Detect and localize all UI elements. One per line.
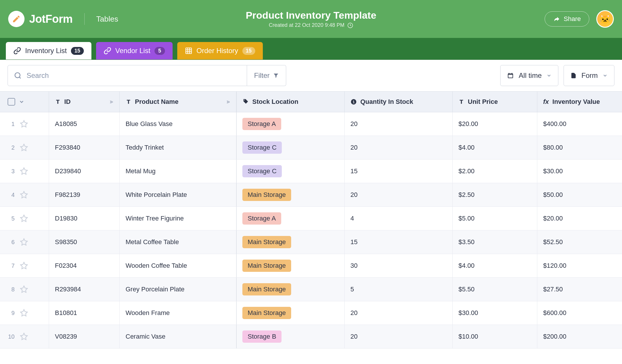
cell-quantity[interactable]: 5: [345, 278, 453, 301]
share-button[interactable]: Share: [545, 11, 589, 27]
cell-inventory-value[interactable]: $600.00: [537, 301, 622, 325]
star-icon[interactable]: [20, 332, 28, 341]
cell-inventory-value[interactable]: $20.00: [537, 207, 622, 230]
cell-unit-price[interactable]: $2.50: [453, 183, 537, 206]
cell-stock-location[interactable]: Storage A: [237, 207, 345, 230]
cell-inventory-value[interactable]: $30.00: [537, 160, 622, 183]
cell-stock-location[interactable]: Storage C: [237, 160, 345, 183]
table-row[interactable]: 8 R293984 Grey Porcelain Plate Main Stor…: [0, 278, 622, 301]
pin-icon[interactable]: [108, 99, 114, 105]
table-row[interactable]: 3 D239840 Metal Mug Storage C 15 $2.00 $…: [0, 160, 622, 183]
cell-id[interactable]: R293984: [49, 278, 120, 301]
cell-unit-price[interactable]: $5.50: [453, 278, 537, 301]
cell-quantity[interactable]: 20: [345, 301, 453, 325]
cell-inventory-value[interactable]: $120.00: [537, 254, 622, 277]
table-row[interactable]: 9 B10801 Wooden Frame Main Storage 20 $3…: [0, 301, 622, 325]
cell-id[interactable]: D239840: [49, 160, 120, 183]
cell-stock-location[interactable]: Main Storage: [237, 301, 345, 325]
cell-inventory-value[interactable]: $200.00: [537, 325, 622, 348]
star-icon[interactable]: [20, 309, 28, 317]
cell-id[interactable]: F02304: [49, 254, 120, 277]
cell-product-name[interactable]: White Porcelain Plate: [120, 183, 237, 206]
column-stock-location[interactable]: Stock Location: [237, 92, 345, 112]
form-dropdown[interactable]: Form: [564, 65, 614, 86]
cell-id[interactable]: A18085: [49, 112, 120, 136]
tab-order-history[interactable]: Order History 15: [177, 42, 263, 60]
cell-stock-location[interactable]: Main Storage: [237, 230, 345, 254]
cell-product-name[interactable]: Wooden Frame: [120, 301, 237, 325]
column-id[interactable]: ID: [49, 92, 120, 112]
search-input[interactable]: [8, 65, 247, 86]
tab-inventory-list[interactable]: Inventory List 15: [6, 42, 91, 60]
star-icon[interactable]: [20, 120, 28, 128]
cell-quantity[interactable]: 20: [345, 325, 453, 348]
cell-inventory-value[interactable]: $400.00: [537, 112, 622, 136]
select-all-checkbox[interactable]: [8, 98, 15, 106]
column-inventory-value[interactable]: fx Inventory Value: [537, 92, 622, 112]
cell-quantity[interactable]: 20: [345, 183, 453, 206]
cell-stock-location[interactable]: Main Storage: [237, 278, 345, 301]
cell-id[interactable]: D19830: [49, 207, 120, 230]
cell-inventory-value[interactable]: $80.00: [537, 136, 622, 159]
cell-product-name[interactable]: Metal Mug: [120, 160, 237, 183]
cell-product-name[interactable]: Teddy Trinket: [120, 136, 237, 159]
cell-inventory-value[interactable]: $50.00: [537, 183, 622, 206]
cell-unit-price[interactable]: $10.00: [453, 325, 537, 348]
cell-quantity[interactable]: 4: [345, 207, 453, 230]
column-product-name[interactable]: Product Name: [120, 92, 237, 112]
table-row[interactable]: 10 V08239 Ceramic Vase Storage B 20 $10.…: [0, 325, 622, 349]
cell-id[interactable]: F293840: [49, 136, 120, 159]
cell-unit-price[interactable]: $2.00: [453, 160, 537, 183]
cell-id[interactable]: B10801: [49, 301, 120, 325]
table-row[interactable]: 1 A18085 Blue Glass Vase Storage A 20 $2…: [0, 112, 622, 136]
star-icon[interactable]: [20, 167, 28, 175]
cell-id[interactable]: F982139: [49, 183, 120, 206]
cell-unit-price[interactable]: $3.50: [453, 230, 537, 254]
cell-product-name[interactable]: Ceramic Vase: [120, 325, 237, 348]
avatar[interactable]: 🐱: [596, 10, 614, 28]
cell-id[interactable]: V08239: [49, 325, 120, 348]
cell-quantity[interactable]: 15: [345, 230, 453, 254]
cell-stock-location[interactable]: Storage B: [237, 325, 345, 348]
star-icon[interactable]: [20, 285, 28, 293]
cell-stock-location[interactable]: Storage C: [237, 136, 345, 159]
cell-product-name[interactable]: Blue Glass Vase: [120, 112, 237, 136]
time-range-dropdown[interactable]: All time: [500, 65, 558, 86]
star-icon[interactable]: [20, 191, 28, 199]
cell-stock-location[interactable]: Main Storage: [237, 254, 345, 277]
filter-button[interactable]: Filter: [247, 65, 286, 86]
column-quantity[interactable]: 1 Quantity In Stock: [345, 92, 453, 112]
cell-unit-price[interactable]: $4.00: [453, 136, 537, 159]
logo-area[interactable]: JotForm Tables: [8, 11, 118, 27]
cell-quantity[interactable]: 20: [345, 112, 453, 136]
cell-unit-price[interactable]: $5.00: [453, 207, 537, 230]
cell-inventory-value[interactable]: $27.50: [537, 278, 622, 301]
tables-label[interactable]: Tables: [96, 15, 118, 24]
pin-icon[interactable]: [225, 99, 230, 105]
cell-product-name[interactable]: Winter Tree Figurine: [120, 207, 237, 230]
cell-inventory-value[interactable]: $52.50: [537, 230, 622, 254]
table-row[interactable]: 5 D19830 Winter Tree Figurine Storage A …: [0, 207, 622, 230]
cell-quantity[interactable]: 20: [345, 136, 453, 159]
chevron-down-icon[interactable]: [19, 99, 25, 105]
column-unit-price[interactable]: Unit Price: [453, 92, 537, 112]
cell-quantity[interactable]: 30: [345, 254, 453, 277]
star-icon[interactable]: [20, 238, 28, 246]
cell-product-name[interactable]: Wooden Coffee Table: [120, 254, 237, 277]
cell-unit-price[interactable]: $4.00: [453, 254, 537, 277]
tab-vendor-list[interactable]: Vendor List 5: [96, 42, 173, 60]
star-icon[interactable]: [20, 144, 28, 152]
cell-product-name[interactable]: Grey Porcelain Plate: [120, 278, 237, 301]
cell-stock-location[interactable]: Storage A: [237, 112, 345, 136]
cell-unit-price[interactable]: $30.00: [453, 301, 537, 325]
cell-quantity[interactable]: 15: [345, 160, 453, 183]
cell-id[interactable]: S98350: [49, 230, 120, 254]
table-row[interactable]: 4 F982139 White Porcelain Plate Main Sto…: [0, 183, 622, 207]
table-row[interactable]: 7 F02304 Wooden Coffee Table Main Storag…: [0, 254, 622, 278]
star-icon[interactable]: [20, 262, 28, 270]
cell-stock-location[interactable]: Main Storage: [237, 183, 345, 206]
table-row[interactable]: 2 F293840 Teddy Trinket Storage C 20 $4.…: [0, 136, 622, 160]
cell-product-name[interactable]: Metal Coffee Table: [120, 230, 237, 254]
star-icon[interactable]: [20, 214, 28, 223]
page-title[interactable]: Product Inventory Template: [246, 10, 376, 21]
